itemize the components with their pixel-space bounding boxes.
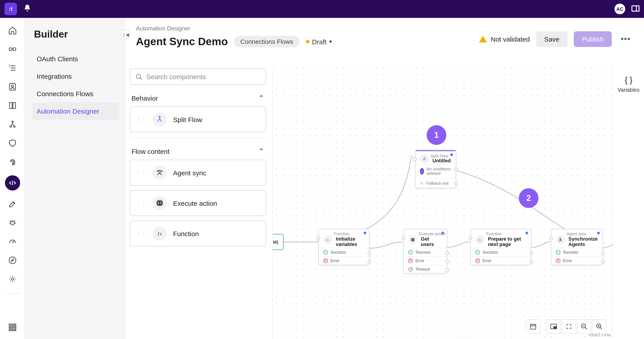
svg-text:ƒx: ƒx	[478, 238, 481, 241]
partial-node[interactable]: M)	[273, 234, 284, 250]
function-icon: ƒx	[323, 235, 332, 244]
agent-sync-icon	[152, 166, 167, 180]
split-icon	[420, 154, 429, 163]
svg-rect-25	[9, 324, 10, 326]
drag-handle-icon[interactable]: ⋮⋮	[136, 200, 146, 206]
link-icon[interactable]	[7, 44, 18, 54]
sidebar-item-connections-flows[interactable]: Connections Flows	[32, 85, 120, 102]
edit-icon[interactable]	[7, 198, 18, 209]
unsaved-dot-icon	[526, 232, 528, 234]
condition-row[interactable]: 1No conditions defined!	[416, 164, 456, 178]
drag-handle-icon[interactable]: ⋮⋮	[136, 230, 146, 236]
publish-button[interactable]: Publish	[574, 31, 612, 47]
main: ❘◀ Automation Designer Agent Sync Demo C…	[125, 18, 644, 339]
unsaved-dot-icon	[442, 232, 444, 234]
right-rail: { } Variables	[613, 65, 644, 339]
chevron-up-icon: ⌃	[258, 147, 264, 155]
contact-icon[interactable]	[7, 82, 18, 92]
svg-rect-33	[14, 329, 16, 331]
node-split-flow[interactable]: Split Flow Untitled 1No conditions defin…	[415, 150, 456, 188]
page-header: Automation Designer Agent Sync Demo Conn…	[125, 18, 644, 65]
svg-text:1: 1	[8, 64, 10, 67]
svg-point-15	[10, 221, 14, 225]
function-icon: ƒx	[152, 226, 167, 240]
topbar: AC	[0, 0, 644, 18]
zoom-out-button[interactable]	[577, 319, 591, 334]
svg-rect-0	[632, 6, 639, 11]
compass-icon[interactable]	[7, 255, 18, 266]
unsaved-dot-icon	[364, 232, 366, 234]
save-button[interactable]: Save	[536, 31, 567, 47]
notifications-icon[interactable]	[23, 4, 31, 14]
edges	[273, 65, 613, 339]
chevron-down-icon: ▾	[329, 38, 332, 45]
gauge-icon[interactable]	[7, 236, 18, 247]
fallback-icon: ↳	[420, 181, 424, 186]
component-function[interactable]: ⋮⋮ ƒx Function	[130, 220, 266, 246]
svg-rect-47	[530, 324, 536, 329]
breadcrumb[interactable]: Automation Designer	[136, 25, 190, 32]
svg-point-24	[11, 278, 14, 280]
book-icon[interactable]	[7, 100, 18, 111]
svg-point-36	[159, 170, 161, 172]
steps-icon[interactable]: 1	[7, 62, 18, 73]
sidebar-item-oauth[interactable]: OAuth Clients	[32, 50, 120, 68]
callout-1: 1	[427, 125, 446, 145]
component-execute-action[interactable]: ⋮⋮ Execute action	[130, 190, 266, 216]
bug-icon[interactable]	[7, 217, 18, 228]
function-icon: ƒx	[476, 235, 484, 244]
fallback-row[interactable]: ↳Fallback exit	[416, 178, 456, 188]
agent-sync-icon	[556, 235, 565, 244]
schedule-button[interactable]	[526, 319, 540, 334]
section-flow-content[interactable]: Flow content ⌃	[130, 138, 266, 160]
svg-marker-23	[11, 259, 14, 262]
component-split-flow[interactable]: ⋮⋮ Split Flow	[130, 106, 266, 132]
svg-text:ƒx: ƒx	[158, 231, 162, 236]
svg-point-3	[13, 48, 16, 50]
apps-grid-icon[interactable]	[7, 322, 18, 333]
warning-icon	[479, 36, 487, 42]
chevron-up-icon: ⌃	[258, 94, 264, 102]
status-dropdown[interactable]: Draft ▾	[306, 38, 332, 46]
variables-icon[interactable]: { }	[625, 76, 632, 85]
settings-icon[interactable]	[7, 274, 18, 284]
search-input[interactable]: Search components	[130, 68, 266, 85]
minimap-button[interactable]	[546, 319, 561, 334]
svg-point-2	[9, 48, 12, 50]
fullscreen-button[interactable]	[562, 319, 576, 334]
flow-icon[interactable]	[7, 119, 18, 130]
flow-canvas[interactable]: M) 1 2 Split Flow Untitled 1No condition…	[273, 65, 613, 339]
user-avatar[interactable]: AC	[614, 4, 625, 14]
svg-point-11	[12, 121, 13, 122]
svg-rect-31	[9, 329, 10, 331]
more-menu-button[interactable]: •••	[618, 34, 633, 44]
fingerprint-icon[interactable]	[7, 156, 18, 167]
node-initialize-variables[interactable]: ƒx Function Initialize variables ✓Succes…	[318, 229, 370, 265]
variables-label[interactable]: Variables	[618, 87, 640, 93]
svg-point-22	[9, 257, 16, 264]
code-icon[interactable]	[5, 175, 20, 190]
node-synchronize-agents[interactable]: Agent sync Synchronize Agents ✓Success ✕…	[551, 229, 603, 265]
svg-rect-27	[14, 324, 16, 326]
home-icon[interactable]	[7, 25, 18, 36]
component-agent-sync[interactable]: ⋮⋮ Agent sync	[130, 160, 266, 186]
icon-rail: 1	[0, 18, 25, 339]
node-get-users[interactable]: Execute action Get users ✓Success ✕Error…	[404, 229, 447, 274]
node-prepare-next-page[interactable]: ƒx Function Prepare to get next page ✓Su…	[470, 229, 531, 265]
sidebar-item-automation-designer[interactable]: Automation Designer	[32, 102, 120, 120]
shield-icon[interactable]	[7, 138, 18, 148]
svg-line-19	[10, 220, 11, 222]
section-behavior[interactable]: Behavior ⌃	[130, 85, 266, 106]
zoom-in-button[interactable]	[592, 319, 606, 334]
page-title: Agent Sync Demo	[136, 35, 228, 48]
svg-text:ƒx: ƒx	[326, 238, 329, 241]
drag-handle-icon[interactable]: ⋮⋮	[136, 170, 146, 176]
sidebar-item-integrations[interactable]: Integrations	[32, 68, 120, 85]
callout-2: 2	[519, 188, 538, 208]
drag-handle-icon[interactable]: ⋮⋮	[136, 116, 146, 122]
panel-toggle-icon[interactable]	[632, 5, 640, 13]
unsaved-dot-icon	[450, 154, 453, 156]
svg-line-54	[585, 327, 587, 329]
svg-point-46	[560, 238, 561, 240]
app-logo[interactable]	[4, 3, 17, 15]
